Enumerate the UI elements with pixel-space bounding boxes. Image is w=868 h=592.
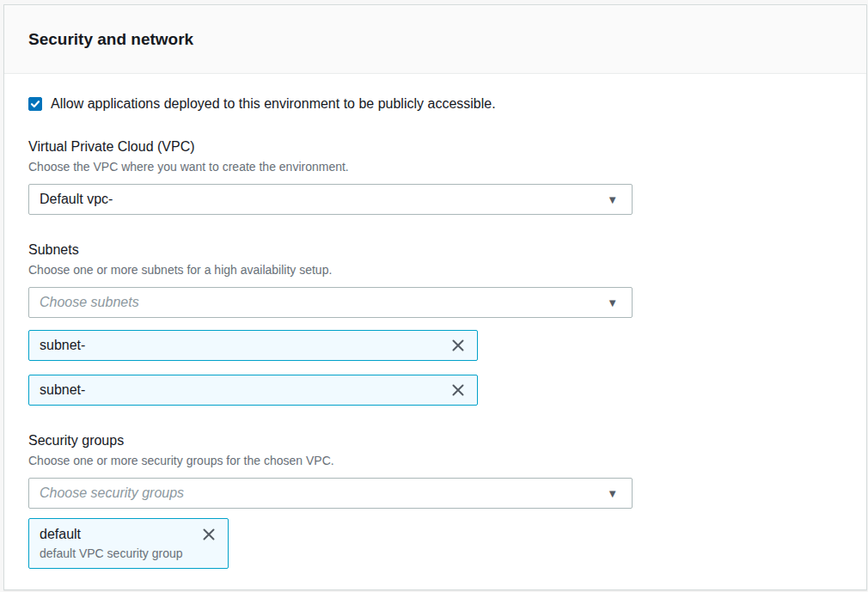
security-groups-field-description: Choose one or more security groups for t… xyxy=(28,452,842,469)
security-groups-field: Security groups Choose one or more secur… xyxy=(28,431,842,569)
security-groups-select-placeholder: Choose security groups xyxy=(40,485,184,501)
subnets-select-placeholder: Choose subnets xyxy=(40,295,139,310)
subnets-select[interactable]: Choose subnets ▼ xyxy=(28,287,633,318)
subnet-token-label: subnet- xyxy=(40,338,85,353)
subnets-field: Subnets Choose one or more subnets for a… xyxy=(28,241,842,406)
subnets-field-label: Subnets xyxy=(28,241,842,259)
vpc-field-description: Choose the VPC where you want to create … xyxy=(28,158,842,175)
vpc-field: Virtual Private Cloud (VPC) Choose the V… xyxy=(28,137,842,215)
public-access-checkbox[interactable] xyxy=(28,97,42,111)
security-groups-select[interactable]: Choose security groups ▼ xyxy=(28,478,633,509)
remove-security-group-button[interactable] xyxy=(200,526,217,543)
panel-content: Allow applications deployed to this envi… xyxy=(4,74,866,589)
vpc-select-value: Default vpc- xyxy=(40,192,113,207)
remove-subnet-button[interactable] xyxy=(449,381,467,399)
subnet-token: subnet- xyxy=(28,375,478,406)
chevron-down-icon: ▼ xyxy=(607,194,618,205)
panel-header: Security and network xyxy=(4,5,866,74)
vpc-select[interactable]: Default vpc- ▼ xyxy=(28,184,633,215)
vpc-field-label: Virtual Private Cloud (VPC) xyxy=(28,137,842,156)
close-icon xyxy=(200,526,217,543)
close-icon xyxy=(449,381,467,399)
subnets-field-description: Choose one or more subnets for a high av… xyxy=(28,261,842,278)
security-group-token-label: default xyxy=(40,527,81,542)
security-groups-field-label: Security groups xyxy=(28,431,842,450)
security-group-token-header: default xyxy=(40,526,217,543)
subnet-token: subnet- xyxy=(28,330,478,361)
subnet-token-list: subnet- subnet- xyxy=(28,330,842,406)
security-and-network-panel: Security and network Allow applications … xyxy=(3,4,867,590)
public-access-checkbox-label[interactable]: Allow applications deployed to this envi… xyxy=(51,96,496,112)
chevron-down-icon: ▼ xyxy=(607,297,618,308)
panel-title: Security and network xyxy=(28,30,193,49)
public-access-checkbox-row: Allow applications deployed to this envi… xyxy=(28,96,842,112)
security-group-token-description: default VPC security group xyxy=(40,546,217,560)
check-icon xyxy=(30,99,40,109)
remove-subnet-button[interactable] xyxy=(449,337,467,354)
security-group-token: default default VPC security group xyxy=(28,518,229,569)
chevron-down-icon: ▼ xyxy=(607,488,618,499)
subnet-token-label: subnet- xyxy=(40,382,85,398)
close-icon xyxy=(449,337,467,354)
